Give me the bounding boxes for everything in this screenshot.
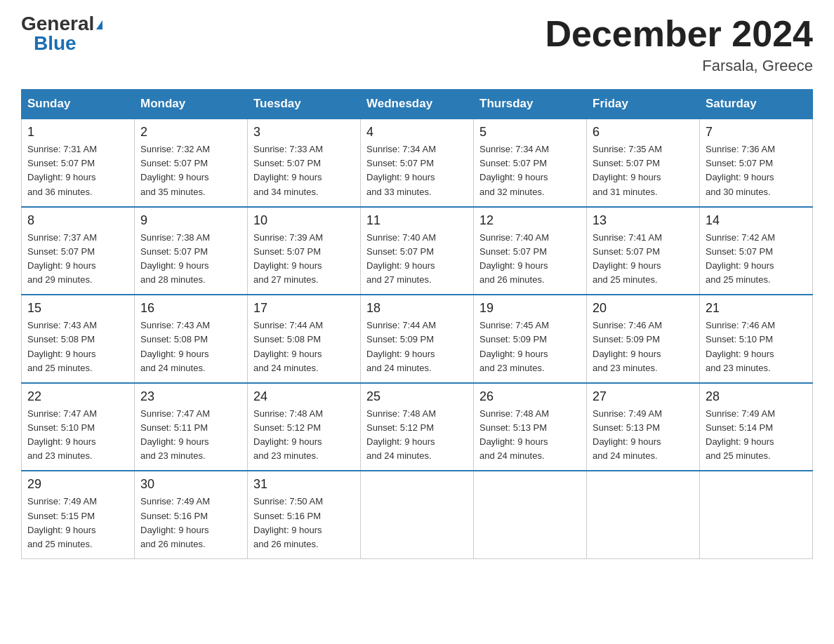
calendar-day-cell: 3 Sunrise: 7:33 AM Sunset: 5:07 PM Dayli… — [248, 119, 361, 207]
calendar-week-row: 15 Sunrise: 7:43 AM Sunset: 5:08 PM Dayl… — [22, 295, 813, 383]
day-info: Sunrise: 7:33 AM Sunset: 5:07 PM Dayligh… — [253, 142, 355, 199]
day-number: 13 — [593, 213, 694, 228]
day-number: 14 — [706, 213, 807, 228]
day-info: Sunrise: 7:44 AM Sunset: 5:08 PM Dayligh… — [253, 318, 355, 375]
calendar-day-cell — [587, 471, 700, 558]
day-info: Sunrise: 7:31 AM Sunset: 5:07 PM Dayligh… — [27, 142, 128, 199]
calendar-day-cell: 29 Sunrise: 7:49 AM Sunset: 5:15 PM Dayl… — [22, 471, 135, 558]
day-info: Sunrise: 7:34 AM Sunset: 5:07 PM Dayligh… — [479, 142, 581, 199]
calendar-day-cell: 7 Sunrise: 7:36 AM Sunset: 5:07 PM Dayli… — [700, 119, 813, 207]
calendar-day-cell: 16 Sunrise: 7:43 AM Sunset: 5:08 PM Dayl… — [135, 295, 248, 383]
col-saturday: Saturday — [700, 90, 813, 119]
day-number: 23 — [140, 389, 241, 404]
day-info: Sunrise: 7:46 AM Sunset: 5:09 PM Dayligh… — [593, 318, 694, 375]
calendar-day-cell: 1 Sunrise: 7:31 AM Sunset: 5:07 PM Dayli… — [22, 119, 135, 207]
day-info: Sunrise: 7:43 AM Sunset: 5:08 PM Dayligh… — [27, 318, 128, 375]
col-sunday: Sunday — [22, 90, 135, 119]
day-number: 18 — [366, 301, 468, 316]
day-number: 30 — [140, 477, 241, 492]
calendar-day-cell — [361, 471, 474, 558]
day-number: 9 — [140, 213, 241, 228]
logo-general-text: General — [21, 14, 102, 34]
day-info: Sunrise: 7:34 AM Sunset: 5:07 PM Dayligh… — [366, 142, 468, 199]
calendar-week-row: 8 Sunrise: 7:37 AM Sunset: 5:07 PM Dayli… — [22, 207, 813, 295]
calendar-week-row: 29 Sunrise: 7:49 AM Sunset: 5:15 PM Dayl… — [22, 471, 813, 558]
day-number: 16 — [140, 301, 241, 316]
calendar-day-cell: 12 Sunrise: 7:40 AM Sunset: 5:07 PM Dayl… — [474, 207, 587, 295]
day-number: 22 — [27, 389, 128, 404]
day-info: Sunrise: 7:32 AM Sunset: 5:07 PM Dayligh… — [140, 142, 241, 199]
day-number: 20 — [593, 301, 694, 316]
day-number: 3 — [253, 125, 355, 140]
month-title: December 2024 — [545, 14, 813, 54]
day-info: Sunrise: 7:44 AM Sunset: 5:09 PM Dayligh… — [366, 318, 468, 375]
day-info: Sunrise: 7:48 AM Sunset: 5:12 PM Dayligh… — [366, 407, 468, 464]
day-info: Sunrise: 7:47 AM Sunset: 5:10 PM Dayligh… — [27, 407, 128, 464]
day-info: Sunrise: 7:40 AM Sunset: 5:07 PM Dayligh… — [479, 231, 581, 288]
title-area: December 2024 Farsala, Greece — [545, 14, 813, 75]
calendar-day-cell: 6 Sunrise: 7:35 AM Sunset: 5:07 PM Dayli… — [587, 119, 700, 207]
day-info: Sunrise: 7:43 AM Sunset: 5:08 PM Dayligh… — [140, 318, 241, 375]
calendar-week-row: 22 Sunrise: 7:47 AM Sunset: 5:10 PM Dayl… — [22, 383, 813, 471]
day-info: Sunrise: 7:37 AM Sunset: 5:07 PM Dayligh… — [27, 231, 128, 288]
page-header: General Blue December 2024 Farsala, Gree… — [21, 14, 813, 75]
day-info: Sunrise: 7:45 AM Sunset: 5:09 PM Dayligh… — [479, 318, 581, 375]
calendar-day-cell: 10 Sunrise: 7:39 AM Sunset: 5:07 PM Dayl… — [248, 207, 361, 295]
day-number: 8 — [27, 213, 128, 228]
day-info: Sunrise: 7:49 AM Sunset: 5:14 PM Dayligh… — [706, 407, 807, 464]
calendar-day-cell: 23 Sunrise: 7:47 AM Sunset: 5:11 PM Dayl… — [135, 383, 248, 471]
day-number: 19 — [479, 301, 581, 316]
col-tuesday: Tuesday — [248, 90, 361, 119]
col-thursday: Thursday — [474, 90, 587, 119]
calendar-week-row: 1 Sunrise: 7:31 AM Sunset: 5:07 PM Dayli… — [22, 119, 813, 207]
day-number: 15 — [27, 301, 128, 316]
day-info: Sunrise: 7:39 AM Sunset: 5:07 PM Dayligh… — [253, 231, 355, 288]
calendar-table: Sunday Monday Tuesday Wednesday Thursday… — [21, 89, 813, 559]
calendar-day-cell: 27 Sunrise: 7:49 AM Sunset: 5:13 PM Dayl… — [587, 383, 700, 471]
calendar-day-cell: 14 Sunrise: 7:42 AM Sunset: 5:07 PM Dayl… — [700, 207, 813, 295]
day-number: 12 — [479, 213, 581, 228]
calendar-day-cell: 2 Sunrise: 7:32 AM Sunset: 5:07 PM Dayli… — [135, 119, 248, 207]
day-info: Sunrise: 7:38 AM Sunset: 5:07 PM Dayligh… — [140, 231, 241, 288]
col-monday: Monday — [135, 90, 248, 119]
day-number: 31 — [253, 477, 355, 492]
location: Farsala, Greece — [545, 57, 813, 75]
day-info: Sunrise: 7:41 AM Sunset: 5:07 PM Dayligh… — [593, 231, 694, 288]
calendar-day-cell: 17 Sunrise: 7:44 AM Sunset: 5:08 PM Dayl… — [248, 295, 361, 383]
day-number: 25 — [366, 389, 468, 404]
calendar-day-cell: 31 Sunrise: 7:50 AM Sunset: 5:16 PM Dayl… — [248, 471, 361, 558]
day-info: Sunrise: 7:35 AM Sunset: 5:07 PM Dayligh… — [593, 142, 694, 199]
col-wednesday: Wednesday — [361, 90, 474, 119]
calendar-day-cell — [700, 471, 813, 558]
logo-blue-text: Blue — [34, 32, 77, 54]
day-number: 27 — [593, 389, 694, 404]
calendar-day-cell: 20 Sunrise: 7:46 AM Sunset: 5:09 PM Dayl… — [587, 295, 700, 383]
day-number: 26 — [479, 389, 581, 404]
day-number: 2 — [140, 125, 241, 140]
day-number: 21 — [706, 301, 807, 316]
calendar-day-cell: 11 Sunrise: 7:40 AM Sunset: 5:07 PM Dayl… — [361, 207, 474, 295]
day-info: Sunrise: 7:50 AM Sunset: 5:16 PM Dayligh… — [253, 495, 355, 551]
day-number: 4 — [366, 125, 468, 140]
day-number: 1 — [27, 125, 128, 140]
day-info: Sunrise: 7:47 AM Sunset: 5:11 PM Dayligh… — [140, 407, 241, 464]
day-info: Sunrise: 7:48 AM Sunset: 5:12 PM Dayligh… — [253, 407, 355, 464]
calendar-day-cell: 15 Sunrise: 7:43 AM Sunset: 5:08 PM Dayl… — [22, 295, 135, 383]
day-number: 5 — [479, 125, 581, 140]
day-info: Sunrise: 7:40 AM Sunset: 5:07 PM Dayligh… — [366, 231, 468, 288]
calendar-day-cell: 4 Sunrise: 7:34 AM Sunset: 5:07 PM Dayli… — [361, 119, 474, 207]
day-number: 11 — [366, 213, 468, 228]
calendar-day-cell: 18 Sunrise: 7:44 AM Sunset: 5:09 PM Dayl… — [361, 295, 474, 383]
day-number: 6 — [593, 125, 694, 140]
calendar-day-cell: 26 Sunrise: 7:48 AM Sunset: 5:13 PM Dayl… — [474, 383, 587, 471]
calendar-day-cell: 28 Sunrise: 7:49 AM Sunset: 5:14 PM Dayl… — [700, 383, 813, 471]
logo: General Blue — [21, 14, 102, 53]
day-info: Sunrise: 7:36 AM Sunset: 5:07 PM Dayligh… — [706, 142, 807, 199]
calendar-day-cell: 24 Sunrise: 7:48 AM Sunset: 5:12 PM Dayl… — [248, 383, 361, 471]
calendar-day-cell: 8 Sunrise: 7:37 AM Sunset: 5:07 PM Dayli… — [22, 207, 135, 295]
calendar-day-cell: 22 Sunrise: 7:47 AM Sunset: 5:10 PM Dayl… — [22, 383, 135, 471]
day-info: Sunrise: 7:49 AM Sunset: 5:13 PM Dayligh… — [593, 407, 694, 464]
calendar-day-cell: 25 Sunrise: 7:48 AM Sunset: 5:12 PM Dayl… — [361, 383, 474, 471]
calendar-day-cell — [474, 471, 587, 558]
calendar-day-cell: 21 Sunrise: 7:46 AM Sunset: 5:10 PM Dayl… — [700, 295, 813, 383]
